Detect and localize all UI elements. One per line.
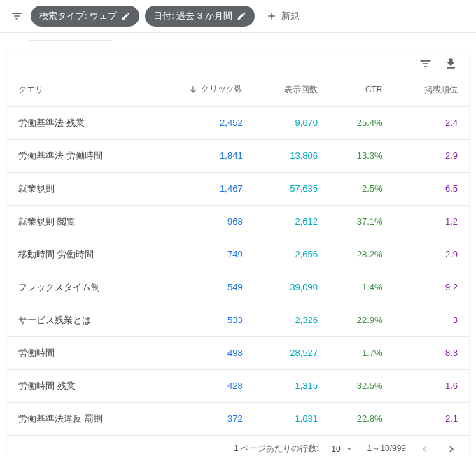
table-filter-button[interactable] [419, 57, 433, 71]
cell-clicks: 1,467 [150, 172, 254, 205]
cell-clicks: 968 [150, 205, 254, 238]
new-filter-label: 新規 [281, 10, 300, 22]
cell-clicks: 372 [150, 402, 254, 435]
next-page-button[interactable] [445, 443, 458, 455]
cell-ctr: 1.4% [329, 271, 393, 304]
table-row[interactable]: 労働時間 残業4281,31532.5%1.6 [7, 369, 469, 402]
col-clicks[interactable]: クリック数 [150, 73, 254, 106]
cell-query: サービス残業とは [7, 304, 150, 336]
cell-impressions: 2,656 [254, 238, 329, 271]
col-query[interactable]: クエリ [7, 73, 150, 106]
page-range: 1～10/999 [368, 443, 406, 455]
cell-query: 労働時間 [7, 336, 150, 369]
dropdown-icon [344, 443, 355, 455]
filter-icon [419, 57, 433, 71]
cell-clicks: 533 [150, 304, 254, 336]
cell-clicks: 2,452 [150, 106, 254, 139]
cell-clicks: 749 [150, 238, 254, 271]
chip-date-label: 日付: 過去 3 か月間 [153, 10, 232, 22]
chip-date[interactable]: 日付: 過去 3 か月間 [145, 6, 255, 27]
cell-clicks: 549 [150, 271, 254, 304]
table-row[interactable]: 労働基準法 労働時間1,84113,80613.3%2.9 [7, 139, 469, 172]
query-table-card: クエリ クリック数 表示回数 CTR 掲載順位 労働基準法 残業2,4529,6… [7, 50, 469, 456]
filter-list-icon[interactable] [8, 8, 25, 24]
cell-impressions: 28,527 [254, 336, 329, 369]
plus-icon [266, 10, 277, 22]
rows-per-page-select[interactable]: 10 [331, 443, 354, 455]
table-row[interactable]: サービス残業とは5332,32622.9%3 [7, 304, 469, 336]
table-row[interactable]: 移動時間 労働時間7492,65628.2%2.9 [7, 238, 469, 271]
cell-position: 2.1 [394, 402, 469, 435]
cell-clicks: 1,841 [150, 139, 254, 172]
cell-ctr: 25.4% [329, 106, 393, 139]
pencil-icon [121, 11, 131, 21]
col-impressions[interactable]: 表示回数 [254, 73, 329, 106]
col-position[interactable]: 掲載順位 [394, 73, 469, 106]
chip-search-type[interactable]: 検索タイプ: ウェブ [31, 6, 139, 27]
cell-position: 8.3 [394, 336, 469, 369]
chevron-right-icon [445, 443, 458, 455]
cell-position: 2.4 [394, 106, 469, 139]
tab-indicator [28, 40, 112, 41]
cell-ctr: 13.3% [329, 139, 393, 172]
cell-query: フレックスタイム制 [7, 271, 150, 304]
cell-impressions: 39,090 [254, 271, 329, 304]
cell-query: 労働基準法 残業 [7, 106, 150, 139]
cell-clicks: 498 [150, 336, 254, 369]
cell-query: 労働基準法 労働時間 [7, 139, 150, 172]
arrow-down-icon [188, 85, 198, 94]
cell-impressions: 9,670 [254, 106, 329, 139]
cell-clicks: 428 [150, 369, 254, 402]
cell-position: 1.6 [394, 369, 469, 402]
cell-impressions: 2,612 [254, 205, 329, 238]
cell-impressions: 57,635 [254, 172, 329, 205]
cell-position: 2.9 [394, 238, 469, 271]
chip-search-type-label: 検索タイプ: ウェブ [39, 10, 117, 22]
download-icon [444, 57, 458, 71]
cell-query: 労働基準法違反 罰則 [7, 402, 150, 435]
cell-impressions: 1,631 [254, 402, 329, 435]
cell-position: 6.5 [394, 172, 469, 205]
cell-position: 9.2 [394, 271, 469, 304]
cell-ctr: 22.8% [329, 402, 393, 435]
cell-position: 3 [394, 304, 469, 336]
cell-ctr: 22.9% [329, 304, 393, 336]
rows-per-page-label: 1 ページあたりの行数: [234, 443, 318, 455]
cell-position: 2.9 [394, 139, 469, 172]
cell-impressions: 1,315 [254, 369, 329, 402]
cell-ctr: 1.7% [329, 336, 393, 369]
cell-ctr: 37.1% [329, 205, 393, 238]
download-button[interactable] [444, 57, 458, 71]
cell-impressions: 13,806 [254, 139, 329, 172]
table-row[interactable]: 労働時間49828,5271.7%8.3 [7, 336, 469, 369]
table-row[interactable]: フレックスタイム制54939,0901.4%9.2 [7, 271, 469, 304]
cell-ctr: 2.5% [329, 172, 393, 205]
new-filter-button[interactable]: 新規 [260, 7, 305, 25]
cell-ctr: 28.2% [329, 238, 393, 271]
col-ctr[interactable]: CTR [329, 73, 393, 106]
table-row[interactable]: 就業規則1,46757,6352.5%6.5 [7, 172, 469, 205]
query-table: クエリ クリック数 表示回数 CTR 掲載順位 労働基準法 残業2,4529,6… [7, 73, 469, 436]
cell-impressions: 2,326 [254, 304, 329, 336]
pencil-icon [237, 11, 246, 21]
cell-query: 就業規則 [7, 172, 150, 205]
cell-query: 就業規則 閲覧 [7, 205, 150, 238]
cell-query: 移動時間 労働時間 [7, 238, 150, 271]
prev-page-button[interactable] [419, 443, 431, 455]
cell-ctr: 32.5% [329, 369, 393, 402]
cell-position: 1.2 [394, 205, 469, 238]
table-row[interactable]: 就業規則 閲覧9682,61237.1%1.2 [7, 205, 469, 238]
pagination: 1 ページあたりの行数: 10 1～10/999 [7, 436, 469, 457]
cell-query: 労働時間 残業 [7, 369, 150, 402]
table-row[interactable]: 労働基準法 残業2,4529,67025.4%2.4 [7, 106, 469, 139]
table-row[interactable]: 労働基準法違反 罰則3721,63122.8%2.1 [7, 402, 469, 435]
chevron-left-icon [419, 443, 431, 455]
